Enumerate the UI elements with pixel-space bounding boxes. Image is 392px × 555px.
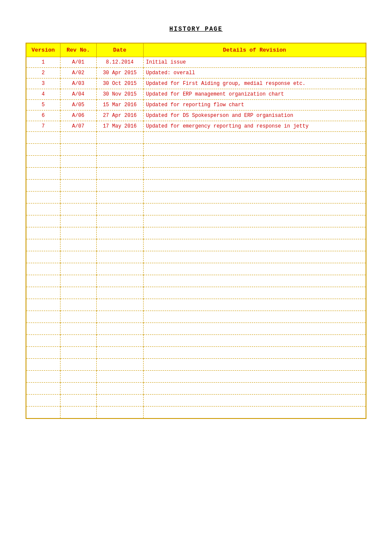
empty-cell-10-3 — [143, 251, 366, 263]
cell-date-6: 17 May 2016 — [96, 121, 143, 132]
empty-cell-16-0 — [26, 323, 60, 335]
cell-version-3: 4 — [26, 89, 60, 100]
empty-cell-6-3 — [143, 203, 366, 215]
cell-version-2: 3 — [26, 78, 60, 89]
empty-cell-15-1 — [60, 311, 96, 323]
empty-cell-2-2 — [96, 156, 143, 168]
cell-rev_no-6: A/07 — [60, 121, 96, 132]
table-row: 4A/0430 Nov 2015Updated for ERP manageme… — [26, 89, 366, 100]
empty-cell-13-0 — [26, 287, 60, 299]
empty-cell-23-2 — [96, 407, 143, 418]
empty-cell-16-2 — [96, 323, 143, 335]
empty-cell-17-1 — [60, 335, 96, 347]
table-row-empty — [26, 323, 366, 335]
table-row-empty — [26, 251, 366, 263]
cell-version-5: 6 — [26, 110, 60, 121]
table-row-empty — [26, 132, 366, 144]
empty-cell-14-1 — [60, 299, 96, 311]
empty-cell-21-0 — [26, 383, 60, 395]
table-row-empty — [26, 395, 366, 407]
empty-cell-8-1 — [60, 227, 96, 239]
cell-date-2: 30 Oct 2015 — [96, 78, 143, 89]
table-row-empty — [26, 359, 366, 371]
empty-cell-20-3 — [143, 371, 366, 383]
cell-details-2: Updated for First Aiding group, medial r… — [143, 78, 366, 89]
empty-cell-15-3 — [143, 311, 366, 323]
empty-cell-8-3 — [143, 227, 366, 239]
table-row: 7A/0717 May 2016Updated for emergency re… — [26, 121, 366, 132]
empty-cell-9-0 — [26, 239, 60, 251]
empty-cell-3-2 — [96, 168, 143, 180]
table-row-empty — [26, 407, 366, 418]
empty-cell-6-2 — [96, 203, 143, 215]
table-header-row: Version Rev No. Date Details of Revision — [26, 43, 366, 57]
table-row-empty — [26, 299, 366, 311]
empty-cell-11-3 — [143, 263, 366, 275]
empty-cell-20-1 — [60, 371, 96, 383]
table-row-empty — [26, 335, 366, 347]
cell-date-0: 8.12.2014 — [96, 57, 143, 68]
empty-cell-5-3 — [143, 192, 366, 203]
table-row-empty — [26, 383, 366, 395]
empty-cell-7-1 — [60, 215, 96, 227]
table-row-empty — [26, 203, 366, 215]
cell-details-3: Updated for ERP management organization … — [143, 89, 366, 100]
table-row: 1A/018.12.2014Initial issue — [26, 57, 366, 68]
page-title: HISTORY PAGE — [26, 26, 366, 32]
cell-details-1: Updated: overall — [143, 68, 366, 78]
empty-cell-14-3 — [143, 299, 366, 311]
empty-cell-10-2 — [96, 251, 143, 263]
empty-cell-1-1 — [60, 144, 96, 156]
cell-rev_no-2: A/03 — [60, 78, 96, 89]
table-row-empty — [26, 192, 366, 203]
empty-cell-4-1 — [60, 180, 96, 192]
table-row-empty — [26, 347, 366, 359]
cell-version-1: 2 — [26, 68, 60, 78]
empty-cell-19-0 — [26, 359, 60, 371]
empty-cell-17-2 — [96, 335, 143, 347]
empty-cell-15-2 — [96, 311, 143, 323]
table-row-empty — [26, 371, 366, 383]
table-row-empty — [26, 156, 366, 168]
empty-cell-11-0 — [26, 263, 60, 275]
cell-version-4: 5 — [26, 100, 60, 110]
empty-cell-21-1 — [60, 383, 96, 395]
table-row: 2A/0230 Apr 2015Updated: overall — [26, 68, 366, 78]
table-row-empty — [26, 311, 366, 323]
empty-cell-22-3 — [143, 395, 366, 407]
empty-cell-11-2 — [96, 263, 143, 275]
empty-cell-0-3 — [143, 132, 366, 144]
empty-cell-22-0 — [26, 395, 60, 407]
empty-cell-12-1 — [60, 275, 96, 287]
empty-cell-20-2 — [96, 371, 143, 383]
empty-cell-3-1 — [60, 168, 96, 180]
history-table: Version Rev No. Date Details of Revision… — [26, 43, 366, 419]
cell-version-6: 7 — [26, 121, 60, 132]
empty-cell-3-0 — [26, 168, 60, 180]
cell-version-0: 1 — [26, 57, 60, 68]
empty-cell-8-0 — [26, 227, 60, 239]
table-row: 6A/0627 Apr 2016Updated for DS Spokesper… — [26, 110, 366, 121]
empty-cell-19-1 — [60, 359, 96, 371]
empty-cell-10-0 — [26, 251, 60, 263]
empty-cell-16-3 — [143, 323, 366, 335]
empty-cell-17-3 — [143, 335, 366, 347]
cell-rev_no-3: A/04 — [60, 89, 96, 100]
empty-cell-23-1 — [60, 407, 96, 418]
table-row-empty — [26, 144, 366, 156]
empty-cell-21-2 — [96, 383, 143, 395]
table-row-empty — [26, 168, 366, 180]
table-row-empty — [26, 180, 366, 192]
empty-cell-0-1 — [60, 132, 96, 144]
header-details: Details of Revision — [143, 43, 366, 57]
empty-cell-13-1 — [60, 287, 96, 299]
header-revno: Rev No. — [60, 43, 96, 57]
empty-cell-18-3 — [143, 347, 366, 359]
empty-cell-1-2 — [96, 144, 143, 156]
cell-details-4: Updated for reporting flow chart — [143, 100, 366, 110]
empty-cell-16-1 — [60, 323, 96, 335]
table-row-empty — [26, 263, 366, 275]
cell-details-6: Updated for emergency reporting and resp… — [143, 121, 366, 132]
empty-cell-3-3 — [143, 168, 366, 180]
cell-date-4: 15 Mar 2016 — [96, 100, 143, 110]
